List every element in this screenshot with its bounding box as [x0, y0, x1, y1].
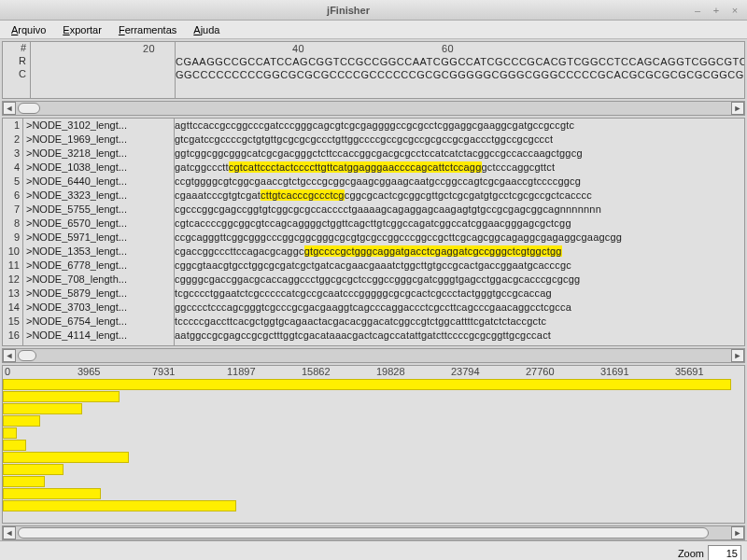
- sequence-row[interactable]: cgaccggcccttccagacgcaggcgtgccccgctgggcag…: [175, 245, 744, 259]
- node-name[interactable]: >NODE_6778_lengt...: [23, 259, 174, 273]
- coverage-bar: [3, 500, 236, 511]
- reference-hscrollbar[interactable]: ◄ ►: [2, 101, 745, 116]
- maximize-button[interactable]: +: [710, 5, 723, 16]
- coverage-bar: [3, 476, 45, 487]
- coverage-bar: [3, 427, 17, 439]
- scroll-left-icon[interactable]: ◄: [3, 349, 16, 362]
- node-name[interactable]: >NODE_6570_lengt...: [23, 217, 174, 231]
- sequence-row[interactable]: gatcggcccttcgtcattccctactccccttgttcatgga…: [175, 161, 744, 175]
- coverage-bar: [3, 403, 82, 414]
- row-number: 10: [3, 245, 22, 259]
- coverage-bar: [3, 452, 129, 463]
- coverage-scale: 0 3965 7931 11897 15862 19828 23794 2776…: [3, 366, 744, 379]
- node-name[interactable]: >NODE_6440_lengt...: [23, 175, 174, 189]
- cov-tick-8: 31691: [600, 366, 629, 377]
- node-name[interactable]: >NODE_6754_lengt...: [23, 315, 174, 329]
- node-name[interactable]: >NODE_5971_lengt...: [23, 231, 174, 245]
- coverage-bar: [3, 379, 731, 390]
- tick-60: 60: [442, 42, 454, 55]
- sequence-row[interactable]: cgaaatcccgtgtcgatcttgtcacccgccctcgcggcgc…: [175, 189, 744, 203]
- node-name[interactable]: >NODE_1038_lengt...: [23, 161, 174, 175]
- scroll-thumb[interactable]: [18, 350, 36, 361]
- node-name[interactable]: >NODE_4114_lengt...: [23, 329, 174, 343]
- cov-tick-5: 19828: [376, 366, 405, 377]
- coverage-bar: [3, 391, 120, 402]
- node-name[interactable]: >NODE_3703_lengt...: [23, 301, 174, 315]
- reference-row-labels: # R C: [3, 42, 31, 98]
- cov-tick-4: 15862: [302, 366, 331, 377]
- row-number: 4: [3, 161, 22, 175]
- zoom-input[interactable]: [708, 545, 741, 561]
- menu-ferramentas[interactable]: Ferramentas: [111, 22, 184, 37]
- highlighted-region[interactable]: gtgccccgctgggcaggatgacctcgaggatcgccgggct…: [304, 245, 562, 257]
- ref-r: R: [3, 55, 30, 68]
- scroll-left-icon[interactable]: ◄: [3, 526, 16, 539]
- row-number: 9: [3, 231, 22, 245]
- row-number: 6: [3, 189, 22, 203]
- menubar: Arquivo Exportar Ferramentas Ajuda: [0, 21, 747, 39]
- sequence-row[interactable]: tcgcccctggaatctcgcccccatcgccgcaatcccgggg…: [175, 287, 744, 301]
- statusbar: Zoom: [0, 540, 747, 560]
- cov-tick-2: 7931: [152, 366, 175, 377]
- window-controls: – + ×: [691, 5, 741, 16]
- ref-c: C: [3, 68, 30, 81]
- scroll-right-icon[interactable]: ►: [731, 349, 744, 362]
- sequence-row[interactable]: ggcccctcccagcgggtcgcccgcgacgaaggtcagccca…: [175, 301, 744, 315]
- scroll-thumb[interactable]: [18, 527, 709, 539]
- sequence-row[interactable]: agttccaccgccggcccgatcccgggcagcgtcgcgaggg…: [175, 119, 744, 133]
- menu-arquivo[interactable]: Arquivo: [4, 22, 53, 37]
- sequence-row[interactable]: ccgtggggcgtcggcgaaccgtctgcccgcggcgaagcgg…: [175, 175, 744, 189]
- alignment-hscrollbar[interactable]: ◄ ►: [2, 348, 745, 363]
- node-name[interactable]: >NODE_3102_lengt...: [23, 119, 174, 133]
- sequence-row[interactable]: ggtcggcggcgggcatcgcgacgggctcttccaccggcga…: [175, 147, 744, 161]
- cov-tick-7: 27760: [526, 366, 555, 377]
- node-name[interactable]: >NODE_1969_lengt...: [23, 133, 174, 147]
- highlighted-region[interactable]: cttgtcacccgccctcg: [261, 189, 345, 201]
- highlighted-region[interactable]: cgtcattccctactccccttgttcatggagggaaccccag…: [229, 161, 482, 173]
- coverage-hscrollbar[interactable]: ◄ ►: [2, 525, 745, 540]
- row-number: 12: [3, 273, 22, 287]
- tick-40: 40: [292, 42, 304, 55]
- menu-ajuda[interactable]: Ajuda: [186, 22, 227, 37]
- scroll-right-icon[interactable]: ►: [731, 102, 744, 115]
- row-number: 2: [3, 133, 22, 147]
- reference-scale: 20 40 60: [176, 42, 744, 55]
- node-name[interactable]: >NODE_708_length...: [23, 273, 174, 287]
- minimize-button[interactable]: –: [691, 5, 704, 16]
- sequence-row[interactable]: cggcgtaacgtgcctggcgcgatcgctgatcacgaacgaa…: [175, 259, 744, 273]
- alignment-pane: 12345678910111213141516 >NODE_3102_lengt…: [2, 118, 745, 346]
- node-name[interactable]: >NODE_3218_lengt...: [23, 147, 174, 161]
- window-title: jFinisher: [6, 5, 691, 16]
- row-number: 1: [3, 119, 22, 133]
- scroll-right-icon[interactable]: ►: [731, 526, 744, 539]
- coverage-bar: [3, 415, 40, 427]
- row-number: 15: [3, 315, 22, 329]
- node-name[interactable]: >NODE_5755_lengt...: [23, 203, 174, 217]
- scroll-left-icon[interactable]: ◄: [3, 102, 16, 115]
- row-number: 13: [3, 287, 22, 301]
- coverage-pane: 0 3965 7931 11897 15862 19828 23794 2776…: [2, 365, 745, 524]
- sequences[interactable]: agttccaccgccggcccgatcccgggcagcgtcgcgaggg…: [175, 119, 744, 345]
- ref-hash: #: [3, 42, 30, 55]
- row-number: 7: [3, 203, 22, 217]
- row-number: 8: [3, 217, 22, 231]
- close-button[interactable]: ×: [728, 5, 741, 16]
- sequence-row[interactable]: gtcgatccgccccgctgtgttgcgcgcgccctgttggccc…: [175, 133, 744, 147]
- sequence-row[interactable]: ccgcagggttcggcgggcccggcggcgggcgcgtgcgccg…: [175, 231, 744, 245]
- coverage-bars: [3, 379, 744, 510]
- sequence-row[interactable]: tcccccgaccttcacgctggtgcagaactacgacacggac…: [175, 315, 744, 329]
- node-name[interactable]: >NODE_5879_lengt...: [23, 287, 174, 301]
- node-name[interactable]: >NODE_3323_lengt...: [23, 189, 174, 203]
- coverage-bar: [3, 488, 101, 499]
- sequence-row[interactable]: cggggcgaccggacgcaccaggccctggcgcgctccggcc…: [175, 273, 744, 287]
- sequence-row[interactable]: cgcccggcgagccggtgtcggcgcgccacccctgaaaagc…: [175, 203, 744, 217]
- sequence-row[interactable]: aatggccgcgagccgcgctttggtcgacataaacgactca…: [175, 329, 744, 343]
- row-numbers: 12345678910111213141516: [3, 119, 23, 345]
- reference-sequences: 20 40 60 CGAAGGCCGCCATCCAGCGGTCCGCCGGCCA…: [176, 42, 744, 98]
- menu-exportar[interactable]: Exportar: [55, 22, 109, 37]
- row-number: 14: [3, 301, 22, 315]
- sequence-row[interactable]: cgtcaccccggcggcgtccagcaggggctggttcagcttg…: [175, 217, 744, 231]
- scroll-thumb[interactable]: [18, 103, 40, 114]
- node-names: >NODE_3102_lengt...>NODE_1969_lengt...>N…: [23, 119, 175, 345]
- node-name[interactable]: >NODE_1353_lengt...: [23, 245, 174, 259]
